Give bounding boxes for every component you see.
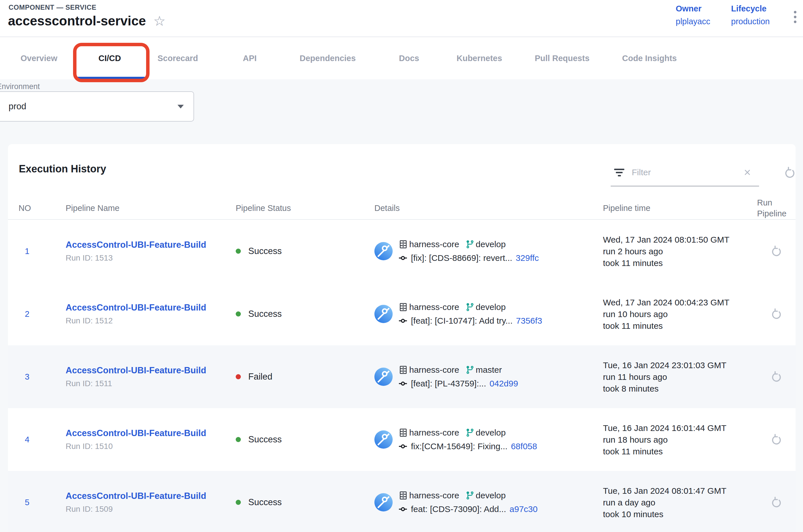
pipeline-time: Tue, 16 Jan 2024 16:01:44 GMT run 18 hou… — [603, 422, 757, 457]
ci-module-icon — [375, 242, 393, 260]
breadcrumb: COMPONENT — SERVICE — [8, 3, 96, 12]
ci-module-icon — [375, 305, 393, 323]
run-pipeline-button[interactable] — [770, 496, 783, 509]
component-service-page: COMPONENT — SERVICE accesscontrol-servic… — [0, 0, 803, 532]
row-number: 4 — [19, 435, 30, 444]
pipeline-name-link[interactable]: AccessControl-UBI-Feature-Build — [65, 303, 206, 312]
commit-message: [feat]: [PL-43759]:... — [411, 379, 486, 388]
commit-hash-link[interactable]: 7356f3 — [516, 316, 542, 326]
pipeline-time-ago: run 18 hours ago — [603, 434, 757, 445]
pipeline-time-gmt: Wed, 17 Jan 2024 08:01:50 GMT — [603, 234, 757, 245]
pipeline-name-link[interactable]: AccessControl-UBI-Feature-Build — [65, 240, 206, 250]
clear-filter-icon[interactable] — [743, 168, 752, 177]
git-commit-icon — [398, 316, 407, 325]
status-label: Success — [248, 246, 282, 256]
pipeline-time-ago: run 10 hours ago — [603, 308, 757, 320]
filter-icon — [614, 169, 624, 176]
git-commit-icon — [398, 253, 407, 263]
tab-overview[interactable]: Overview — [21, 37, 57, 79]
owner-value-link[interactable]: plplayacc — [676, 17, 710, 26]
commit-hash-link[interactable]: 329ffc — [516, 253, 539, 263]
tab-code-insights[interactable]: Code Insights — [622, 37, 677, 79]
commit-hash-link[interactable]: a97c30 — [510, 504, 538, 514]
col-run-pipeline: Run Pipeline — [757, 197, 794, 219]
pipeline-time-gmt: Tue, 16 Jan 2024 08:01:47 GMT — [603, 485, 757, 497]
status-label: Success — [248, 497, 282, 508]
chevron-down-icon — [177, 105, 184, 109]
row-number: 3 — [19, 372, 30, 382]
status-dot — [236, 311, 241, 317]
pipeline-time-ago: run 11 hours ago — [603, 371, 757, 383]
lifecycle-label: Lifecycle — [731, 4, 770, 14]
repo-name: harness-core — [409, 365, 459, 375]
ci-module-icon — [375, 493, 393, 511]
branch-name: develop — [476, 302, 506, 312]
tab-ci-cd[interactable]: CI/CD — [98, 37, 121, 79]
git-branch-icon — [465, 491, 475, 500]
run-id: Run ID: 1512 — [65, 316, 236, 325]
kebab-menu-icon[interactable] — [789, 11, 801, 23]
pipeline-name-link[interactable]: AccessControl-UBI-Feature-Build — [65, 491, 206, 501]
pipeline-time-ago: run 2 hours ago — [603, 245, 757, 257]
tab-docs[interactable]: Docs — [399, 37, 419, 79]
branch-name: master — [476, 365, 502, 375]
run-pipeline-button[interactable] — [770, 370, 783, 383]
col-pipeline-name: Pipeline Name — [65, 204, 236, 213]
tab-dependencies[interactable]: Dependencies — [300, 37, 356, 79]
run-pipeline-button[interactable] — [770, 433, 783, 446]
lifecycle-meta: Lifecycle production — [731, 4, 770, 26]
table-row: 2 AccessControl-UBI-Feature-Build Run ID… — [8, 283, 796, 345]
execution-rows: 1 AccessControl-UBI-Feature-Build Run ID… — [8, 220, 796, 532]
repository-icon — [398, 491, 408, 500]
filter-input[interactable] — [632, 168, 718, 177]
branch-name: develop — [476, 428, 506, 438]
repo-name: harness-core — [409, 240, 459, 249]
ci-module-icon — [375, 431, 393, 449]
commit-hash-link[interactable]: 68f058 — [511, 441, 537, 451]
favorite-star-icon[interactable]: ☆ — [153, 14, 166, 28]
git-branch-icon — [465, 428, 475, 437]
environment-select[interactable]: prod — [0, 91, 194, 121]
refresh-icon[interactable] — [776, 159, 803, 186]
filter-box — [611, 159, 759, 186]
lifecycle-value: production — [731, 17, 770, 26]
row-number: 2 — [19, 309, 30, 319]
commit-message: feat: [CDS-73090]: Add... — [411, 504, 506, 514]
pipeline-time-ago: run a day ago — [603, 497, 757, 508]
repo-name: harness-core — [409, 491, 459, 500]
commit-message: [feat]: [CI-10747]: Add try... — [411, 316, 513, 326]
git-branch-icon — [465, 365, 475, 375]
commit-hash-link[interactable]: 042d99 — [490, 379, 518, 388]
git-commit-icon — [398, 442, 407, 451]
git-commit-icon — [398, 379, 407, 388]
pipeline-name-link[interactable]: AccessControl-UBI-Feature-Build — [65, 428, 206, 438]
pipeline-name-link[interactable]: AccessControl-UBI-Feature-Build — [65, 365, 206, 375]
tab-kubernetes[interactable]: Kubernetes — [457, 37, 502, 79]
repo-name: harness-core — [409, 428, 459, 438]
pipeline-time: Tue, 16 Jan 2024 08:01:47 GMT run a day … — [603, 485, 757, 520]
pipeline-time: Wed, 17 Jan 2024 00:04:23 GMT run 10 hou… — [603, 297, 757, 331]
run-id: Run ID: 1513 — [65, 253, 236, 263]
repository-icon — [398, 302, 408, 312]
commit-message: [fix]: [CDS-88669]: revert... — [411, 253, 512, 263]
commit-message: fix:[CCM-15649]: Fixing... — [411, 441, 508, 451]
status-label: Success — [248, 309, 282, 319]
environment-selected-value: prod — [8, 101, 26, 112]
execution-history-card: Execution History NO Pipeline Name Pipel… — [8, 144, 796, 532]
tab-pull-requests[interactable]: Pull Requests — [535, 37, 590, 79]
pipeline-time-gmt: Tue, 16 Jan 2024 23:01:03 GMT — [603, 359, 757, 371]
row-number: 1 — [19, 247, 30, 256]
run-pipeline-button[interactable] — [770, 307, 783, 321]
row-number: 5 — [19, 498, 30, 507]
table-header-row: NO Pipeline Name Pipeline Status Details… — [8, 197, 796, 220]
repository-icon — [398, 428, 408, 438]
run-pipeline-button[interactable] — [770, 245, 783, 258]
col-no: NO — [19, 204, 65, 213]
table-row: 5 AccessControl-UBI-Feature-Build Run ID… — [8, 471, 796, 532]
tab-scorecard[interactable]: Scorecard — [157, 37, 198, 79]
owner-label: Owner — [676, 4, 710, 14]
status-label: Success — [248, 434, 282, 445]
tab-api[interactable]: API — [243, 37, 256, 79]
status-dot — [236, 500, 241, 505]
col-details: Details — [375, 204, 603, 213]
